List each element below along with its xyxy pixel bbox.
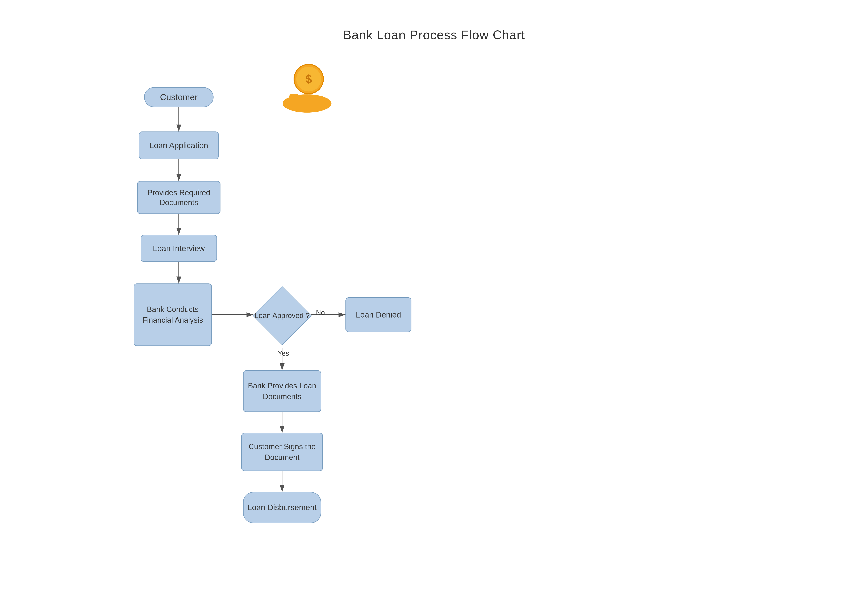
customer-node: Customer: [144, 87, 214, 107]
flowchart: $ Customer Loan Application Provides Req…: [87, 56, 781, 577]
loan-interview-node: Loan Interview: [141, 235, 217, 262]
customer-signs-node: Customer Signs the Document: [241, 433, 323, 471]
page-title: Bank Loan Process Flow Chart: [343, 28, 525, 42]
loan-disbursement-node: Loan Disbursement: [243, 492, 321, 523]
yes-label: Yes: [278, 350, 289, 357]
svg-text:$: $: [305, 72, 312, 85]
loan-approved-diamond: Loan Approved ?: [253, 278, 311, 353]
loan-denied-node: Loan Denied: [346, 297, 411, 332]
bank-provides-node: Bank Provides Loan Documents: [243, 370, 321, 412]
provides-docs-node: Provides Required Documents: [137, 181, 220, 214]
svg-rect-11: [289, 94, 299, 110]
bank-conducts-node: Bank Conducts Financial Analysis: [134, 283, 212, 346]
loan-application-node: Loan Application: [139, 132, 219, 159]
money-icon: $: [269, 61, 338, 113]
no-label: No: [316, 309, 325, 317]
